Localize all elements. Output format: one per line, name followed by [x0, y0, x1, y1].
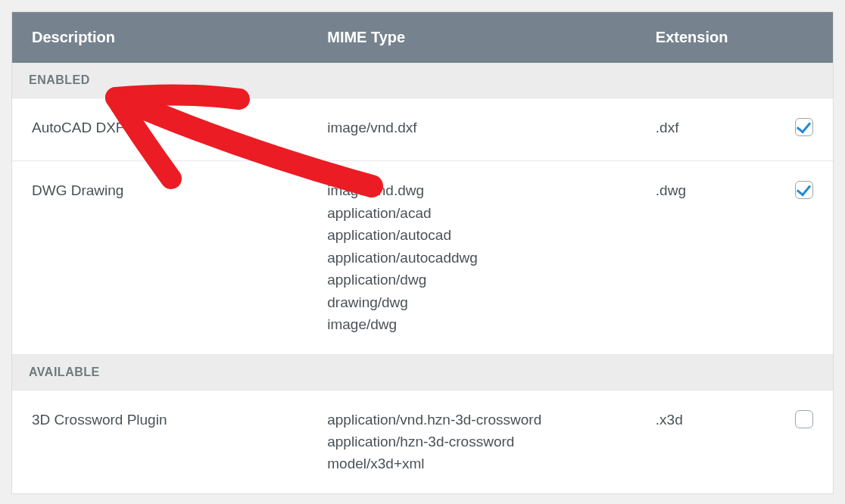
header-checkbox-col — [775, 12, 833, 63]
row-description: AutoCAD DXF — [12, 98, 307, 157]
table-row: DWG Drawing image/vnd.dwg application/ac… — [12, 161, 833, 354]
enable-checkbox[interactable] — [795, 181, 813, 199]
header-extension: Extension — [636, 12, 775, 63]
row-description: 3D Crossword Plugin — [12, 390, 307, 449]
row-mime: application/vnd.hzn-3d-crossword applica… — [307, 390, 636, 493]
table-row: AutoCAD DXF image/vnd.dxf .dxf — [12, 98, 833, 161]
table-row: 3D Crossword Plugin application/vnd.hzn-… — [12, 390, 833, 493]
row-mime: image/vnd.dxf — [307, 98, 636, 157]
row-extension: .dwg — [636, 161, 775, 219]
section-enabled: ENABLED — [12, 63, 833, 98]
enable-checkbox[interactable] — [795, 410, 813, 428]
row-extension: .dxf — [636, 98, 775, 157]
header-mime: MIME Type — [307, 12, 636, 63]
section-available: AVAILABLE — [12, 355, 833, 390]
row-description: DWG Drawing — [12, 161, 307, 219]
table-header-row: Description MIME Type Extension — [12, 12, 833, 63]
mime-types-table: Description MIME Type Extension ENABLED … — [11, 11, 834, 494]
enable-checkbox[interactable] — [795, 118, 813, 136]
row-extension: .x3d — [636, 390, 775, 449]
row-mime: image/vnd.dwg application/acad applicati… — [307, 161, 636, 353]
header-description: Description — [12, 12, 307, 63]
